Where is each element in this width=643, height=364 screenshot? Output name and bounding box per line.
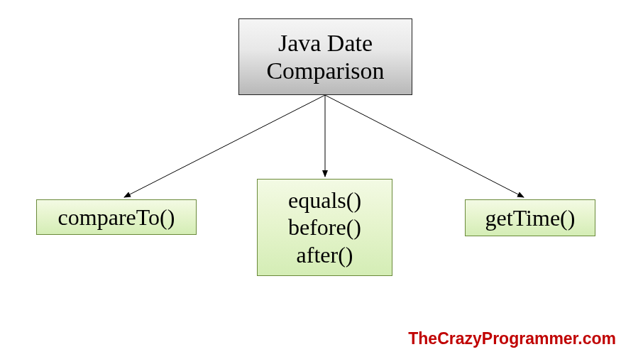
leaf-label-after: after() (297, 241, 353, 268)
leaf-label-compareto: compareTo() (58, 204, 175, 231)
root-node: Java Date Comparison (238, 18, 412, 95)
leaf-label-before: before() (288, 214, 361, 241)
leaf-label-gettime: getTime() (485, 204, 576, 231)
leaf-label-equals: equals() (288, 187, 361, 214)
root-title-line2: Comparison (266, 57, 384, 84)
watermark-text: TheCrazyProgrammer.com (408, 329, 616, 348)
leaf-node-equals-before-after: equals() before() after() (257, 179, 392, 276)
leaf-node-compareto: compareTo() (36, 199, 197, 235)
leaf-node-gettime: getTime() (465, 199, 595, 236)
root-title-line1: Java Date (278, 29, 373, 57)
